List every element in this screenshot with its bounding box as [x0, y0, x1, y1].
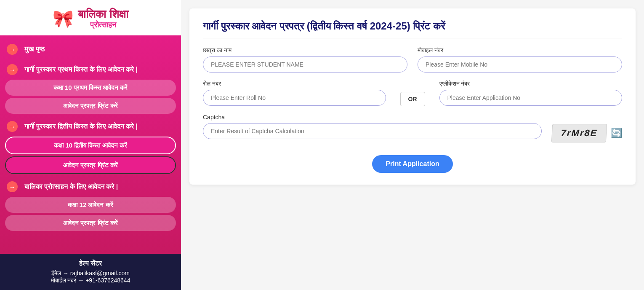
- form-row-1: छात्रा का नाम मोबाइल नंबर: [203, 47, 622, 72]
- form-row-2: रोल नंबर OR एप्लीकेशन नंबर: [203, 80, 622, 106]
- footer-mobile-number: +91-6376248644: [85, 277, 130, 284]
- captcha-refresh-button[interactable]: 🔄: [611, 128, 622, 139]
- section1-arrow-icon: →: [7, 64, 18, 75]
- mobile-group: मोबाइल नंबर: [418, 47, 622, 72]
- section2-label: गार्गी पुरस्कार द्वितीय किस्त के लिए आवे…: [24, 123, 138, 130]
- captcha-input[interactable]: [203, 123, 542, 139]
- print-application-button[interactable]: Print Application: [372, 155, 452, 173]
- arrow-icon: →: [7, 44, 18, 55]
- roll-label: रोल नंबर: [203, 80, 386, 87]
- sidebar-item-class10-first[interactable]: कक्षा 10 प्रथम किस्त आवेदन करें: [5, 80, 176, 96]
- sidebar-home-label: मुख पृष्ठ: [24, 45, 45, 54]
- captcha-row: Captcha 7rMr8E 🔄: [203, 114, 622, 142]
- or-divider: OR: [396, 80, 429, 106]
- section3-arrow-icon: →: [7, 181, 18, 192]
- sidebar-item-class12[interactable]: कक्षा 12 आवेदन करें: [5, 197, 176, 213]
- sidebar-item-print-first[interactable]: आवेदन प्रपत्र प्रिंट करें: [5, 98, 176, 114]
- main-panel: गार्गी पुरस्कार आवेदन प्रपत्र (द्वितीय क…: [189, 8, 636, 185]
- captcha-image-area: 7rMr8E 🔄: [552, 114, 622, 142]
- footer-email: ईमेल → rajbalikasf@gmail.com: [7, 270, 174, 277]
- section1-label: गार्गी पुरस्कार प्रथम किस्त के लिए आवेदन…: [24, 66, 138, 73]
- footer-email-link[interactable]: rajbalikasf@gmail.com: [70, 270, 130, 277]
- section2-arrow-icon: →: [7, 121, 18, 132]
- sidebar-item-print-second[interactable]: आवेदन प्रपत्र प्रिंट करें: [5, 156, 176, 174]
- sidebar-section-second-installment[interactable]: → गार्गी पुरस्कार द्वितीय किस्त के लिए आ…: [0, 116, 181, 134]
- btn-row: Print Application: [203, 151, 622, 173]
- sidebar-section-balika[interactable]: → बालिका प्रोत्साहन के लिए आवेदन करे |: [0, 176, 181, 195]
- footer-mobile: मोबाईल नंबर → +91-6376248644: [7, 277, 174, 284]
- roll-input[interactable]: [203, 90, 386, 106]
- sidebar-footer: हेल्प सेंटर ईमेल → rajbalikasf@gmail.com…: [0, 254, 181, 290]
- sidebar-item-class10-second[interactable]: कक्षा 10 द्वितीय किस्त आवेदन करें: [5, 137, 176, 154]
- sidebar-nav: → मुख पृष्ठ → गार्गी पुरस्कार प्रथम किस्…: [0, 35, 181, 254]
- student-name-group: छात्रा का नाम: [203, 47, 407, 72]
- roll-group: रोल नंबर: [203, 80, 386, 106]
- captcha-label: Captcha: [203, 114, 542, 121]
- captcha-image: 7rMr8E: [551, 124, 607, 142]
- page-title: गार्गी पुरस्कार आवेदन प्रपत्र (द्वितीय क…: [203, 20, 622, 38]
- sidebar-section-first-installment[interactable]: → गार्गी पुरस्कार प्रथम किस्त के लिए आवे…: [0, 59, 181, 78]
- student-name-label: छात्रा का नाम: [203, 47, 407, 54]
- logo-icon: 🎀: [53, 9, 74, 29]
- section3-label: बालिका प्रोत्साहन के लिए आवेदन करे |: [24, 183, 118, 191]
- sidebar-item-home[interactable]: → मुख पृष्ठ: [0, 40, 181, 59]
- application-label: एप्लीकेशन नंबर: [439, 80, 623, 87]
- main-content: गार्गी पुरस्कार आवेदन प्रपत्र (द्वितीय क…: [181, 0, 644, 290]
- sidebar-item-print-balika[interactable]: आवेदन प्रपत्र प्रिंट करें: [5, 215, 176, 231]
- captcha-input-group: Captcha: [203, 114, 542, 139]
- logo-text: बालिका शिक्षा प्रोत्साहन: [78, 8, 128, 30]
- footer-title: हेल्प सेंटर: [7, 260, 174, 267]
- student-name-input[interactable]: [203, 56, 407, 72]
- application-group: एप्लीकेशन नंबर: [439, 80, 623, 106]
- logo-subtitle: प्रोत्साहन: [78, 21, 128, 30]
- mobile-input[interactable]: [418, 56, 622, 72]
- or-box: OR: [400, 92, 425, 106]
- logo-title: बालिका शिक्षा: [78, 8, 128, 21]
- sidebar: 🎀 बालिका शिक्षा प्रोत्साहन → मुख पृष्ठ →…: [0, 0, 181, 290]
- mobile-label: मोबाइल नंबर: [418, 47, 622, 54]
- logo-area: 🎀 बालिका शिक्षा प्रोत्साहन: [0, 0, 181, 35]
- application-input[interactable]: [439, 90, 623, 106]
